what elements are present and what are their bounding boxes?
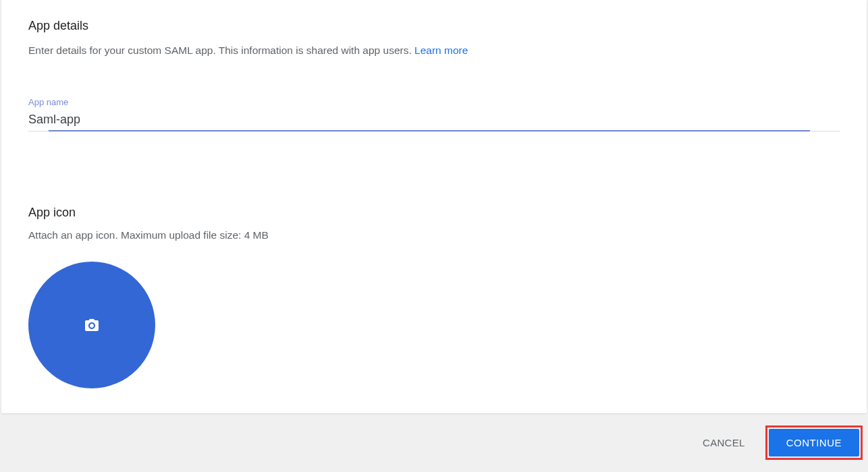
learn-more-link[interactable]: Learn more bbox=[414, 45, 468, 56]
section-title-app-details: App details bbox=[28, 19, 840, 33]
continue-highlight: CONTINUE bbox=[765, 425, 863, 460]
desc-text: Enter details for your custom SAML app. … bbox=[28, 45, 414, 56]
cancel-button[interactable]: CANCEL bbox=[697, 432, 751, 454]
app-name-input[interactable] bbox=[28, 111, 840, 131]
input-focus-underline bbox=[49, 130, 810, 131]
app-details-card: App details Enter details for your custo… bbox=[1, 0, 867, 413]
section-desc-app-icon: Attach an app icon. Maximum upload file … bbox=[28, 229, 840, 241]
camera-icon bbox=[83, 317, 101, 333]
upload-icon-button[interactable] bbox=[28, 262, 155, 388]
footer-actions: CANCEL CONTINUE bbox=[0, 413, 868, 472]
app-name-input-wrap bbox=[28, 111, 840, 131]
section-desc-app-details: Enter details for your custom SAML app. … bbox=[28, 42, 840, 58]
continue-button[interactable]: CONTINUE bbox=[769, 429, 859, 456]
section-title-app-icon: App icon bbox=[28, 206, 840, 220]
app-name-label: App name bbox=[28, 97, 840, 107]
